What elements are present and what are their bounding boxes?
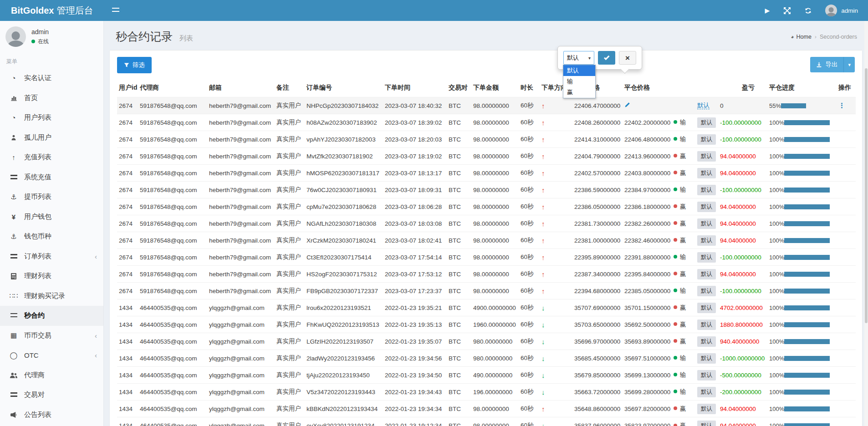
result-label: 赢 <box>680 169 686 176</box>
sidebar-item-user-list[interactable]: ◔用户列表 <box>0 108 103 128</box>
sidebar-item-real-name-auth[interactable]: ◔实名认证 <box>0 68 103 88</box>
sidebar-item-order-list[interactable]: 订单列表‹ <box>0 247 103 267</box>
cell-control: 默认 <box>695 316 718 333</box>
cell-duration: 60秒 <box>519 266 540 283</box>
cell-progress: 100% <box>767 182 837 198</box>
control-badge[interactable]: 默认 <box>697 387 716 397</box>
cell-pair: BTC <box>447 367 471 384</box>
brand-logo[interactable]: BitGoldex 管理后台 <box>0 0 104 21</box>
sidebar-item-wallet-currency[interactable]: ⚓钱包币种 <box>0 227 103 247</box>
sidebar-item-finance-list[interactable]: 理财列表 <box>0 266 103 286</box>
cell-actions <box>837 333 856 350</box>
refresh-icon[interactable] <box>805 7 812 14</box>
cell-direction: ↑ <box>540 165 572 182</box>
control-badge[interactable]: 默认 <box>697 320 716 330</box>
cell-close-price: 22413.96000000 <box>623 148 672 165</box>
control-badge[interactable]: 默认 <box>697 252 716 263</box>
control-badge[interactable]: 默认 <box>697 421 716 426</box>
sidebar-item-withdraw-list[interactable]: ⚓提币列表 <box>0 187 103 207</box>
cell-email: ylqggzh@gmail.com <box>207 417 275 426</box>
select-option[interactable]: 赢 <box>563 87 595 98</box>
cell-agent: 591876548@qq.com <box>138 198 207 215</box>
user-menu[interactable]: admin <box>825 5 858 16</box>
navbar-right: ▶ admin <box>765 5 868 16</box>
control-badge[interactable]: 默认 <box>697 269 716 279</box>
control-badge[interactable]: 默认 <box>697 336 716 347</box>
cell-order-time: 2023-03-07 18:20:03 <box>383 131 447 148</box>
sidebar-item-home[interactable]: 首页 <box>0 88 103 108</box>
control-badge[interactable]: 默认 <box>697 353 716 364</box>
filter-button[interactable]: 筛选 <box>117 57 152 73</box>
scrollbar-thumb[interactable] <box>865 68 868 323</box>
sidebar-menu: ◔实名认证首页◔用户列表孤儿用户↑充值列表系统充值⚓提币列表¥用户钱包⚓钱包币种… <box>0 68 103 425</box>
sidebar-item-otc[interactable]: ◯OTC‹ <box>0 345 103 365</box>
export-dropdown-toggle[interactable]: ▾ <box>843 57 855 72</box>
progress-bar <box>784 137 830 142</box>
sidebar-item-system-recharge[interactable]: 系统充值 <box>0 167 103 188</box>
sidebar-item-orphan-users[interactable]: 孤儿用户 <box>0 128 103 148</box>
control-badge[interactable]: 默认 <box>697 168 716 178</box>
progress-label: 100% <box>769 170 784 177</box>
control-badge[interactable]: 默认 <box>697 286 716 296</box>
sidebar-toggle-button[interactable] <box>104 0 128 21</box>
sidebar-item-finance-buy-records[interactable]: ∷∷理财购买记录 <box>0 286 103 306</box>
row-actions-button[interactable]: ⋮ <box>838 101 845 109</box>
close-price: 22406.48000000 <box>624 136 670 143</box>
cell-order-no: lrou6x20220123193521 <box>305 299 383 316</box>
export-button[interactable]: 导出 <box>810 57 843 72</box>
cell-order-time: 2023-03-07 18:02:41 <box>383 232 447 249</box>
cancel-button[interactable]: × <box>619 51 636 65</box>
download-icon <box>816 62 822 68</box>
select-option[interactable]: 默认 <box>563 65 595 76</box>
control-badge[interactable]: 默认 <box>697 151 716 162</box>
control-badge[interactable]: 默认 <box>697 235 716 246</box>
close-price: 22402.20000000 <box>624 119 670 126</box>
control-badge[interactable]: 默认 <box>697 404 716 414</box>
cell-note: 真实用户 <box>275 182 305 198</box>
sidebar-item-agents[interactable]: 代理商 <box>0 365 103 385</box>
sidebar-item-user-wallet[interactable]: ¥用户钱包 <box>0 207 103 227</box>
progress-bar <box>781 103 806 108</box>
control-badge[interactable]: 默认 <box>697 303 716 313</box>
vertical-scrollbar[interactable] <box>864 21 868 426</box>
sidebar-item-recharge-list[interactable]: ↑充值列表 <box>0 147 103 167</box>
play-icon[interactable]: ▶ <box>765 7 770 14</box>
sidebar-item-trading-pairs[interactable]: 交易对 <box>0 385 103 405</box>
cell-open-price: 35648.86000000 <box>572 401 623 417</box>
cell-duration: 60秒 <box>519 131 540 148</box>
cell-profit: -100.00000000 <box>718 114 767 131</box>
expand-icon[interactable] <box>783 7 791 15</box>
cell-profit: -100.00000000 <box>718 182 767 198</box>
progress-label: 100% <box>769 355 784 362</box>
cell-uid: 2674 <box>117 249 138 266</box>
control-badge[interactable]: 默认 <box>697 117 716 128</box>
cell-duration: 60秒 <box>519 249 540 266</box>
cell-result: 赢 <box>672 316 695 333</box>
control-badge[interactable]: 默认 <box>697 185 716 195</box>
confirm-button[interactable] <box>598 51 615 65</box>
table-panel: 筛选 导出 ▾ 用户id代理商邮箱备注订单编号下单时间交易对下 <box>110 50 862 426</box>
sidebar-item-second-contract[interactable]: 秒合约 <box>0 306 103 326</box>
select-option[interactable]: 输 <box>563 76 595 87</box>
control-select[interactable]: 默认 ▾ <box>563 51 594 65</box>
cell-close-price: 22395.84000000 <box>623 266 672 283</box>
control-badge[interactable]: 默认 <box>697 134 716 145</box>
progress-bar <box>784 339 830 344</box>
result-dot <box>674 390 677 393</box>
control-badge[interactable]: 默认 <box>697 202 716 212</box>
edit-close-price-icon[interactable] <box>624 102 630 108</box>
cell-amount: 98.00000000 <box>471 131 519 148</box>
cell-open-price: 22387.34000000 <box>572 266 623 283</box>
cell-control: 默认 <box>695 299 718 316</box>
cell-profit: -100.00000000 <box>718 131 767 148</box>
breadcrumb-home-link[interactable]: ◕ Home <box>791 34 812 40</box>
cell-direction: ↑ <box>540 249 572 266</box>
cell-control: 默认 <box>695 266 718 283</box>
column-header: 用户id <box>117 79 138 97</box>
sidebar-item-coin-trade[interactable]: ▦币币交易‹ <box>0 326 103 346</box>
control-badge[interactable]: 默认 <box>697 370 716 380</box>
control-badge[interactable]: 默认 <box>697 218 716 229</box>
sidebar-item-announcement-list[interactable]: 公告列表 <box>0 405 103 425</box>
cell-direction: ↓ <box>540 316 572 333</box>
control-editable-link[interactable]: 默认 <box>697 102 710 109</box>
